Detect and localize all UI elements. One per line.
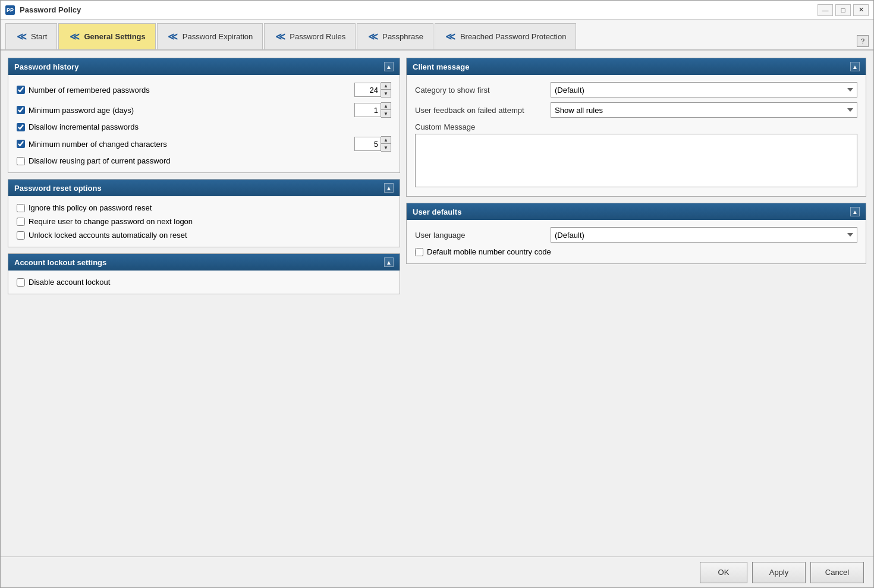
min-changed-chars-spinner: ▲ ▼ — [354, 136, 391, 152]
min-password-age-input[interactable] — [354, 103, 381, 117]
tab-bar: ≪ Start ≪ General Settings ≪ Password Ex… — [1, 20, 873, 51]
category-row: Category to show first (Default) — [415, 82, 857, 98]
mobile-country-code-text: Default mobile number country code — [427, 247, 551, 256]
ok-button[interactable]: OK — [700, 562, 747, 583]
unlock-locked-text: Unlock locked accounts automatically on … — [29, 231, 187, 240]
tab-breached-password-protection[interactable]: ≪ Breached Password Protection — [435, 23, 576, 49]
tab-passphrase-label: Passphrase — [382, 32, 423, 41]
remembered-passwords-input[interactable] — [354, 83, 381, 97]
disable-lockout-row: Disable account lockout — [17, 278, 391, 287]
user-defaults-header: User defaults ▲ — [407, 203, 866, 220]
tab-start[interactable]: ≪ Start — [5, 23, 57, 49]
disallow-reusing-label: Disallow reusing part of current passwor… — [29, 156, 170, 165]
tab-password-expiration[interactable]: ≪ Password Expiration — [157, 23, 263, 49]
category-label: Category to show first — [415, 86, 546, 95]
remembered-passwords-up[interactable]: ▲ — [381, 83, 391, 90]
start-tab-icon: ≪ — [15, 31, 27, 43]
close-button[interactable]: ✕ — [853, 4, 869, 16]
custom-message-textarea[interactable] — [415, 134, 857, 187]
min-password-age-spinner: ▲ ▼ — [354, 102, 391, 118]
remembered-passwords-checkbox-label[interactable]: Number of remembered passwords — [17, 86, 150, 95]
password-reset-body: Ignore this policy on password reset Req… — [8, 196, 400, 247]
min-changed-chars-label: Minimum number of changed characters — [29, 140, 167, 149]
require-change-next-logon-label[interactable]: Require user to change password on next … — [17, 217, 193, 226]
remembered-passwords-spinner-buttons: ▲ ▼ — [381, 82, 391, 98]
window-title: Password Policy — [20, 5, 818, 14]
disallow-reusing-checkbox-label[interactable]: Disallow reusing part of current passwor… — [17, 156, 170, 165]
disallow-incremental-checkbox-label[interactable]: Disallow incremental passwords — [17, 122, 139, 131]
min-changed-chars-input[interactable] — [354, 137, 381, 151]
min-password-age-checkbox[interactable] — [17, 106, 25, 114]
minimize-button[interactable]: — — [818, 4, 833, 16]
main-content: Password history ▲ Number of remembered … — [1, 51, 873, 556]
custom-message-section: Custom Message — [415, 122, 857, 189]
min-password-age-down[interactable]: ▼ — [381, 110, 391, 117]
main-window: PP Password Policy — □ ✕ ≪ Start ≪ Gener… — [0, 0, 874, 588]
tab-password-rules[interactable]: ≪ Password Rules — [264, 23, 356, 49]
remembered-passwords-checkbox[interactable] — [17, 86, 25, 94]
right-column: Client message ▲ Category to show first … — [406, 58, 866, 549]
require-change-next-logon-checkbox[interactable] — [17, 218, 25, 226]
password-history-header: Password history ▲ — [8, 58, 400, 75]
mobile-country-code-label[interactable]: Default mobile number country code — [415, 247, 551, 256]
client-message-collapse-btn[interactable]: ▲ — [850, 62, 860, 71]
help-icon[interactable]: ? — [857, 35, 869, 47]
min-changed-chars-checkbox-label[interactable]: Minimum number of changed characters — [17, 140, 167, 149]
require-change-next-logon-text: Require user to change password on next … — [29, 217, 193, 226]
account-lockout-collapse-btn[interactable]: ▲ — [384, 257, 394, 267]
user-defaults-title: User defaults — [413, 207, 461, 216]
tab-passphrase[interactable]: ≪ Passphrase — [357, 23, 433, 49]
unlock-locked-checkbox[interactable] — [17, 231, 25, 240]
category-select[interactable]: (Default) — [551, 82, 857, 98]
window-controls: — □ ✕ — [818, 4, 869, 16]
disable-lockout-label[interactable]: Disable account lockout — [17, 278, 110, 287]
disallow-reusing-checkbox[interactable] — [17, 157, 25, 165]
general-settings-tab-icon: ≪ — [68, 31, 80, 43]
client-message-title: Client message — [413, 62, 469, 71]
tab-general-settings[interactable]: ≪ General Settings — [58, 23, 155, 49]
remembered-passwords-label: Number of remembered passwords — [29, 86, 150, 95]
tab-start-label: Start — [31, 32, 47, 41]
remembered-passwords-down[interactable]: ▼ — [381, 90, 391, 97]
remembered-passwords-row: Number of remembered passwords ▲ ▼ — [17, 82, 391, 98]
user-defaults-panel: User defaults ▲ User language (Default) … — [406, 203, 866, 264]
ignore-policy-reset-label[interactable]: Ignore this policy on password reset — [17, 203, 152, 212]
min-changed-chars-down[interactable]: ▼ — [381, 144, 391, 151]
client-message-header: Client message ▲ — [407, 58, 866, 75]
min-changed-chars-row: Minimum number of changed characters ▲ ▼ — [17, 136, 391, 152]
cancel-button[interactable]: Cancel — [810, 562, 864, 583]
disallow-incremental-row: Disallow incremental passwords — [17, 122, 391, 131]
min-changed-chars-checkbox[interactable] — [17, 140, 25, 148]
password-history-title: Password history — [14, 62, 78, 71]
disable-lockout-checkbox[interactable] — [17, 278, 25, 287]
tab-breached-label: Breached Password Protection — [460, 32, 566, 41]
min-password-age-spinner-buttons: ▲ ▼ — [381, 102, 391, 118]
ignore-policy-reset-row: Ignore this policy on password reset — [17, 203, 391, 212]
unlock-locked-label[interactable]: Unlock locked accounts automatically on … — [17, 231, 187, 240]
password-reset-title: Password reset options — [14, 184, 102, 193]
ignore-policy-reset-checkbox[interactable] — [17, 204, 25, 212]
passphrase-tab-icon: ≪ — [367, 31, 379, 43]
password-reset-collapse-btn[interactable]: ▲ — [384, 183, 394, 193]
min-changed-chars-up[interactable]: ▲ — [381, 137, 391, 144]
apply-button[interactable]: Apply — [752, 562, 806, 583]
min-password-age-label: Minimum password age (days) — [29, 106, 134, 115]
ignore-policy-reset-text: Ignore this policy on password reset — [29, 203, 152, 212]
password-expiration-tab-icon: ≪ — [167, 31, 179, 43]
disallow-incremental-checkbox[interactable] — [17, 123, 25, 131]
password-history-collapse-btn[interactable]: ▲ — [384, 62, 394, 71]
maximize-button[interactable]: □ — [835, 4, 851, 16]
min-password-age-checkbox-label[interactable]: Minimum password age (days) — [17, 106, 134, 115]
bottom-bar: OK Apply Cancel — [1, 556, 873, 587]
user-language-select[interactable]: (Default) — [551, 227, 857, 243]
min-password-age-row: Minimum password age (days) ▲ ▼ — [17, 102, 391, 118]
password-reset-header: Password reset options ▲ — [8, 180, 400, 196]
disable-lockout-text: Disable account lockout — [29, 278, 110, 287]
tab-password-expiration-label: Password Expiration — [183, 32, 253, 41]
min-password-age-up[interactable]: ▲ — [381, 103, 391, 110]
tab-password-rules-label: Password Rules — [290, 32, 345, 41]
feedback-select[interactable]: Show all rules — [551, 102, 857, 118]
user-defaults-collapse-btn[interactable]: ▲ — [850, 207, 860, 216]
mobile-country-code-checkbox[interactable] — [415, 248, 423, 256]
disallow-reusing-row: Disallow reusing part of current passwor… — [17, 156, 391, 165]
